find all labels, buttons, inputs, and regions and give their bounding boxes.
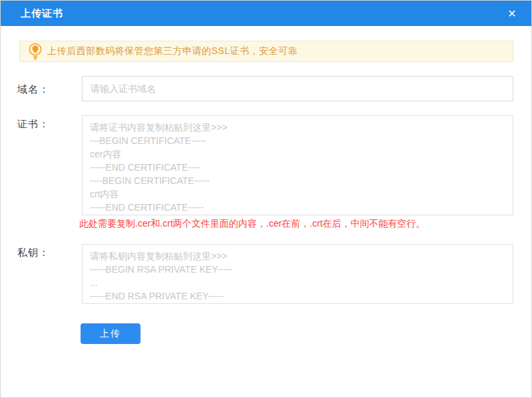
domain-label: 域名：: [17, 83, 49, 96]
certificate-label: 证书：: [17, 118, 49, 131]
private-key-textarea[interactable]: [82, 244, 513, 304]
upload-certificate-dialog: 上传证书 ✕ 上传后西部数码将保管您第三方申请的SSL证书，安全可靠 域名： 证…: [0, 0, 532, 398]
dialog-header: 上传证书 ✕: [1, 1, 531, 26]
upload-button[interactable]: 上传: [81, 323, 140, 344]
certificate-textarea[interactable]: [82, 115, 513, 215]
notice-text: 上传后西部数码将保管您第三方申请的SSL证书，安全可靠: [47, 45, 298, 57]
close-icon[interactable]: ✕: [502, 1, 522, 26]
domain-input[interactable]: [82, 76, 513, 101]
private-key-label: 私钥：: [17, 247, 49, 259]
certificate-field: 请将证书内容复制粘贴到这里>>> ---BEGIN CERTIFICATE---…: [82, 115, 513, 215]
dialog-title: 上传证书: [1, 7, 63, 20]
notice-banner: 上传后西部数码将保管您第三方申请的SSL证书，安全可靠: [19, 41, 513, 62]
lightbulb-icon: [29, 43, 42, 61]
private-key-field: 请将私钥内容复制粘贴到这里>>> -----BEGIN RSA PRIVATE …: [82, 244, 513, 304]
certificate-note: 此处需要复制.cer和.crt两个文件里面的内容，.cer在前，.crt在后，中…: [79, 218, 425, 230]
